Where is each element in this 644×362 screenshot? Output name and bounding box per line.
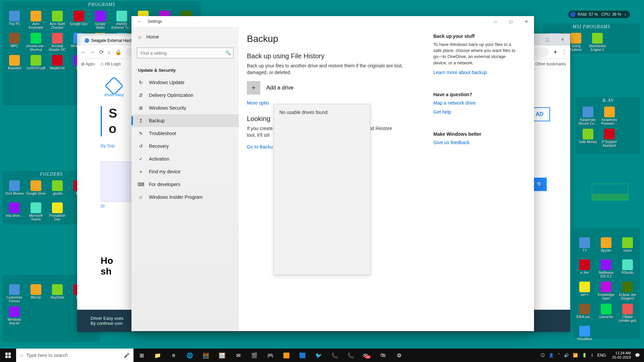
settings-back-button[interactable]: ← — [131, 19, 148, 24]
sidebar-item-delivery-optimization[interactable]: ⇵Delivery Optimization — [131, 89, 239, 102]
close-button[interactable]: ✕ — [519, 16, 534, 27]
sidebar-item-windows-update[interactable]: ↻Windows Update — [131, 76, 239, 89]
desktop-icon[interactable]: Customize Fences — [4, 284, 25, 306]
get-help-link[interactable]: Get help — [433, 109, 451, 115]
goto-backup-link[interactable]: Go to Backu — [247, 144, 273, 149]
desktop-icon[interactable]: Google Drive — [25, 180, 46, 202]
settings-search-input[interactable] — [137, 48, 233, 58]
search-button[interactable]: 🔍 — [533, 178, 547, 191]
desktop-icon[interactable]: CMake (cmake-gui) — [617, 304, 638, 325]
desktop-icon[interactable]: Kaspersky Secure Co… — [578, 107, 598, 128]
start-button[interactable] — [0, 349, 16, 362]
reload-icon[interactable]: ⟳ — [99, 49, 104, 55]
extension-icon[interactable]: ✦ — [553, 49, 557, 55]
maximize-button[interactable]: ▢ — [503, 16, 519, 27]
help-tray-icon[interactable]: ⓘ — [541, 353, 545, 358]
home-icon[interactable]: ⌂ — [108, 49, 111, 55]
apps-shortcut[interactable]: ⊞ Apps — [81, 62, 95, 66]
map-network-drive-link[interactable]: Map a network drive — [433, 100, 476, 106]
desktop-icon[interactable]: MPC — [4, 33, 25, 54]
desktop-icon[interactable]: Knowledge Xpert — [596, 282, 616, 303]
desktop-icon[interactable]: Microsoft Teams — [25, 202, 46, 224]
sidebar-item-windows-security[interactable]: ⊞Windows Security — [131, 102, 239, 114]
chrome-menu-icon[interactable]: ⋮ — [561, 49, 567, 55]
taskbar-settings-icon[interactable]: ⚙ — [391, 349, 407, 362]
desktop-icon[interactable]: Intel(R) Extreme Tu… — [111, 11, 132, 32]
language-tray[interactable]: ENG — [597, 353, 606, 358]
desktop-icon[interactable]: .gradle — [47, 180, 68, 202]
sidebar-item-activation[interactable]: ✓Activation — [131, 153, 239, 165]
desktop-icon[interactable]: tmp.drive… — [4, 202, 25, 224]
desktop-icon[interactable]: Spyder — [596, 237, 616, 259]
taskbar-outlook-icon[interactable]: ✉ — [230, 349, 246, 362]
desktop-icon[interactable]: chrome.exe - Shortcut — [25, 33, 46, 54]
desktop-icon[interactable]: e Jee — [574, 259, 595, 281]
taskbar-app2-icon[interactable]: 🟦 — [294, 349, 311, 362]
taskbar-media-icon[interactable]: 🎬 — [246, 349, 262, 362]
minimize-button[interactable]: — — [488, 16, 503, 27]
system-metrics-pill[interactable]: RAM: 57 % CPU: 36 % › — [568, 11, 630, 18]
chrome-tab[interactable]: Seagate External Hard — [80, 36, 136, 46]
sidebar-item-recovery[interactable]: ↺Recovery — [131, 140, 239, 153]
taskbar-twitter-icon[interactable]: 🐦 — [311, 349, 327, 362]
desktop-icon[interactable]: Eclipse Jee Oxygen2 — [617, 282, 638, 303]
chrome-close-button[interactable]: ✕ — [555, 35, 570, 45]
desktop-icon[interactable]: RStudio — [617, 259, 638, 281]
desktop-icon[interactable]: ad++ — [574, 282, 595, 303]
taskbar-search[interactable]: ○ Type here to search 🎤 — [16, 349, 133, 362]
add-drive-button[interactable]: + Add a drive — [247, 81, 413, 95]
more-options-link[interactable]: More optio — [247, 100, 269, 106]
desktop-icon[interactable]: Avro Spell Checker — [47, 11, 68, 32]
cpu-graph-widget[interactable] — [592, 184, 629, 200]
network-tray-icon[interactable]: 📶 — [573, 353, 578, 358]
desktop-icon[interactable]: P Support Assistant — [599, 129, 620, 150]
people-tray-icon[interactable]: 👤 — [549, 353, 554, 358]
desktop-icon[interactable]: Kaspersky Passwor… — [599, 107, 620, 128]
desktop-icon[interactable]: NetBeans IDE 8.2 — [596, 259, 616, 281]
taskbar-store-icon[interactable]: 🪟 — [214, 349, 230, 362]
desktop-icon[interactable]: WinZip — [25, 284, 46, 306]
taskbar-edge-icon[interactable]: e — [166, 349, 182, 362]
learn-more-backup-link[interactable]: Learn more about backup — [433, 70, 487, 75]
desktop-icon[interactable]: LkSDVO.pdf — [25, 55, 46, 76]
taskbar-skype1-icon[interactable]: 📞 — [327, 349, 343, 362]
battery-tray-icon[interactable]: 🔋 — [582, 353, 587, 358]
desktop-icon[interactable]: Pranabesh Das — [47, 202, 68, 224]
sidebar-item-for-developers[interactable]: ⌨For developers — [131, 178, 239, 191]
forward-icon[interactable]: → — [90, 49, 95, 55]
chrome-maximize-button[interactable]: ▢ — [539, 35, 555, 45]
sidebar-item-windows-insider-program[interactable]: ☺Windows Insider Program — [131, 191, 239, 203]
desktop-icon[interactable]: Google Doc — [68, 11, 89, 32]
tray-chevron-icon[interactable]: ˄ — [558, 353, 560, 358]
desktop-icon[interactable]: nasm — [617, 237, 638, 259]
taskbar-mail-icon[interactable]: ✉44 — [359, 349, 375, 362]
desktop-icon[interactable]: AnyDesk — [47, 284, 68, 306]
desktop-icon[interactable]: Assorted — [4, 55, 25, 76]
desktop-icon[interactable]: Safe Money — [578, 129, 598, 150]
action-center-icon[interactable]: 💬 — [635, 353, 640, 358]
bluetooth-tray-icon[interactable]: ᛒ — [591, 353, 593, 358]
desktop-icon[interactable]: Avro Keyboard — [25, 11, 46, 32]
taskbar-game-icon[interactable]: 🎮 — [262, 349, 278, 362]
desktop-icon[interactable]: Windows Key.txt — [4, 306, 25, 328]
sidebar-item-backup[interactable]: ↥Backup — [131, 114, 239, 127]
desktop-icon[interactable]: Master.txt — [47, 55, 68, 76]
desktop-icon[interactable]: Ganache — [596, 304, 616, 325]
drivereasy-logo[interactable]: driver easy — [101, 79, 127, 99]
taskbar-clock[interactable]: 11:34 AM 25-02-2019 — [612, 351, 631, 360]
desktop-icon[interactable]: Acrobat Reader DC — [47, 33, 68, 54]
desktop-icon[interactable]: Google Slides — [90, 11, 111, 32]
other-bookmarks[interactable]: Other bookmarks — [535, 62, 566, 66]
desktop-icon[interactable]: IDEA uni… — [574, 304, 595, 325]
sidebar-item-find-my-device[interactable]: ⌖Find my device — [131, 165, 239, 178]
taskbar-calculator-icon[interactable]: 🧮 — [198, 349, 214, 362]
desktop-icon[interactable]: DivX Movies — [4, 180, 25, 202]
sidebar-item-troubleshoot[interactable]: ✎Troubleshoot — [131, 127, 239, 140]
desktop-icon[interactable]: VirtualBox — [574, 326, 595, 347]
desktop-icon[interactable]: TY — [574, 237, 595, 259]
desktop-icon[interactable]: SteelSeries Engine 3 — [587, 33, 608, 54]
taskbar-file-explorer-icon[interactable]: 📁 — [150, 349, 166, 362]
taskbar-skype2-icon[interactable]: 📞 — [343, 349, 359, 362]
taskbar-app1-icon[interactable]: 🟧 — [278, 349, 294, 362]
back-icon[interactable]: ← — [80, 49, 86, 55]
